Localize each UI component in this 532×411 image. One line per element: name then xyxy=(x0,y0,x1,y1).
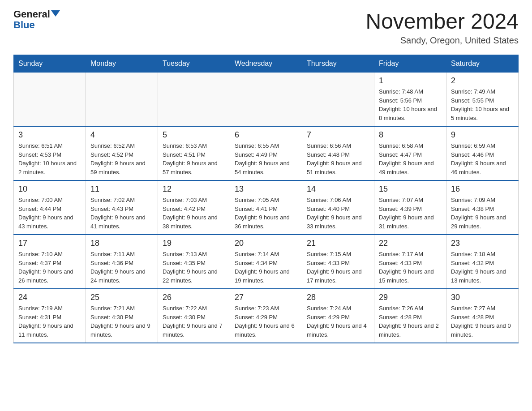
day-info: Sunrise: 7:13 AMSunset: 4:35 PMDaylight:… xyxy=(163,250,225,285)
day-number: 14 xyxy=(307,184,369,194)
week-row-1: 1Sunrise: 7:48 AMSunset: 5:56 PMDaylight… xyxy=(14,73,519,127)
day-info: Sunrise: 6:53 AMSunset: 4:51 PMDaylight:… xyxy=(163,141,225,176)
day-number: 27 xyxy=(235,293,297,302)
day-info: Sunrise: 6:58 AMSunset: 4:47 PMDaylight:… xyxy=(379,141,442,176)
day-number: 20 xyxy=(235,239,297,248)
day-number: 11 xyxy=(90,184,153,194)
day-cell: 8Sunrise: 6:58 AMSunset: 4:47 PMDaylight… xyxy=(374,126,446,180)
day-number: 5 xyxy=(163,130,225,140)
calendar-body: 1Sunrise: 7:48 AMSunset: 5:56 PMDaylight… xyxy=(14,73,519,343)
day-cell: 29Sunrise: 7:26 AMSunset: 4:28 PMDayligh… xyxy=(374,289,446,343)
day-cell: 10Sunrise: 7:00 AMSunset: 4:44 PMDayligh… xyxy=(14,180,86,235)
day-cell: 7Sunrise: 6:56 AMSunset: 4:48 PMDaylight… xyxy=(302,126,374,180)
day-cell: 30Sunrise: 7:27 AMSunset: 4:28 PMDayligh… xyxy=(446,289,519,343)
day-cell: 18Sunrise: 7:11 AMSunset: 4:36 PMDayligh… xyxy=(86,235,158,289)
day-number: 15 xyxy=(379,184,442,194)
day-info: Sunrise: 7:05 AMSunset: 4:41 PMDaylight:… xyxy=(235,196,297,231)
day-info: Sunrise: 7:23 AMSunset: 4:29 PMDaylight:… xyxy=(235,304,297,339)
day-cell: 14Sunrise: 7:06 AMSunset: 4:40 PMDayligh… xyxy=(302,180,374,235)
weekday-sunday: Sunday xyxy=(14,55,86,73)
day-number: 8 xyxy=(379,130,442,140)
week-row-5: 24Sunrise: 7:19 AMSunset: 4:31 PMDayligh… xyxy=(14,289,519,343)
week-row-3: 10Sunrise: 7:00 AMSunset: 4:44 PMDayligh… xyxy=(14,180,519,235)
day-cell: 17Sunrise: 7:10 AMSunset: 4:37 PMDayligh… xyxy=(14,235,86,289)
day-cell: 2Sunrise: 7:49 AMSunset: 5:55 PMDaylight… xyxy=(446,73,519,127)
calendar-header: SundayMondayTuesdayWednesdayThursdayFrid… xyxy=(14,55,519,73)
day-info: Sunrise: 7:22 AMSunset: 4:30 PMDaylight:… xyxy=(163,304,225,339)
day-info: Sunrise: 7:21 AMSunset: 4:30 PMDaylight:… xyxy=(90,304,153,339)
day-cell: 20Sunrise: 7:14 AMSunset: 4:34 PMDayligh… xyxy=(230,235,302,289)
day-cell: 4Sunrise: 6:52 AMSunset: 4:52 PMDaylight… xyxy=(86,126,158,180)
day-cell: 16Sunrise: 7:09 AMSunset: 4:38 PMDayligh… xyxy=(446,180,519,235)
day-number: 24 xyxy=(18,293,81,302)
day-cell: 23Sunrise: 7:18 AMSunset: 4:32 PMDayligh… xyxy=(446,235,519,289)
day-cell: 19Sunrise: 7:13 AMSunset: 4:35 PMDayligh… xyxy=(158,235,230,289)
day-cell xyxy=(14,73,86,127)
day-cell: 28Sunrise: 7:24 AMSunset: 4:29 PMDayligh… xyxy=(302,289,374,343)
month-title: November 2024 xyxy=(365,9,519,34)
day-number: 3 xyxy=(18,130,81,140)
day-number: 23 xyxy=(451,239,514,248)
day-number: 25 xyxy=(90,293,153,302)
day-info: Sunrise: 6:55 AMSunset: 4:49 PMDaylight:… xyxy=(235,141,297,176)
day-info: Sunrise: 6:51 AMSunset: 4:53 PMDaylight:… xyxy=(18,141,81,176)
logo-triangle-icon xyxy=(51,10,60,17)
day-cell xyxy=(302,73,374,127)
day-number: 7 xyxy=(307,130,369,140)
day-cell: 6Sunrise: 6:55 AMSunset: 4:49 PMDaylight… xyxy=(230,126,302,180)
weekday-monday: Monday xyxy=(86,55,158,73)
day-number: 6 xyxy=(235,130,297,140)
day-number: 12 xyxy=(163,184,225,194)
day-cell: 26Sunrise: 7:22 AMSunset: 4:30 PMDayligh… xyxy=(158,289,230,343)
day-cell: 5Sunrise: 6:53 AMSunset: 4:51 PMDaylight… xyxy=(158,126,230,180)
day-number: 1 xyxy=(379,76,442,86)
day-number: 22 xyxy=(379,239,442,248)
day-info: Sunrise: 7:14 AMSunset: 4:34 PMDaylight:… xyxy=(235,250,297,285)
day-number: 10 xyxy=(18,184,81,194)
day-number: 16 xyxy=(451,184,514,194)
day-cell xyxy=(230,73,302,127)
day-info: Sunrise: 7:17 AMSunset: 4:33 PMDaylight:… xyxy=(379,250,442,285)
day-number: 9 xyxy=(451,130,514,140)
day-number: 2 xyxy=(451,76,514,86)
day-cell: 9Sunrise: 6:59 AMSunset: 4:46 PMDaylight… xyxy=(446,126,519,180)
day-info: Sunrise: 7:10 AMSunset: 4:37 PMDaylight:… xyxy=(18,250,81,285)
day-info: Sunrise: 7:27 AMSunset: 4:28 PMDaylight:… xyxy=(451,304,514,339)
logo: General Blue xyxy=(13,9,60,30)
day-info: Sunrise: 7:03 AMSunset: 4:42 PMDaylight:… xyxy=(163,196,225,231)
day-cell: 21Sunrise: 7:15 AMSunset: 4:33 PMDayligh… xyxy=(302,235,374,289)
day-info: Sunrise: 7:49 AMSunset: 5:55 PMDaylight:… xyxy=(451,87,514,122)
day-info: Sunrise: 7:06 AMSunset: 4:40 PMDaylight:… xyxy=(307,196,369,231)
day-number: 18 xyxy=(90,239,153,248)
day-cell: 13Sunrise: 7:05 AMSunset: 4:41 PMDayligh… xyxy=(230,180,302,235)
page-header: General Blue November 2024 Sandy, Oregon… xyxy=(13,9,519,46)
day-number: 29 xyxy=(379,293,442,302)
day-info: Sunrise: 7:26 AMSunset: 4:28 PMDaylight:… xyxy=(379,304,442,339)
day-number: 13 xyxy=(235,184,297,194)
day-cell: 1Sunrise: 7:48 AMSunset: 5:56 PMDaylight… xyxy=(374,73,446,127)
weekday-friday: Friday xyxy=(374,55,446,73)
day-number: 21 xyxy=(307,239,369,248)
day-cell: 12Sunrise: 7:03 AMSunset: 4:42 PMDayligh… xyxy=(158,180,230,235)
location-text: Sandy, Oregon, United States xyxy=(365,35,519,46)
day-info: Sunrise: 7:07 AMSunset: 4:39 PMDaylight:… xyxy=(379,196,442,231)
day-cell: 27Sunrise: 7:23 AMSunset: 4:29 PMDayligh… xyxy=(230,289,302,343)
day-number: 26 xyxy=(163,293,225,302)
weekday-header-row: SundayMondayTuesdayWednesdayThursdayFrid… xyxy=(14,55,519,73)
day-cell: 15Sunrise: 7:07 AMSunset: 4:39 PMDayligh… xyxy=(374,180,446,235)
day-cell: 24Sunrise: 7:19 AMSunset: 4:31 PMDayligh… xyxy=(14,289,86,343)
day-info: Sunrise: 6:56 AMSunset: 4:48 PMDaylight:… xyxy=(307,141,369,176)
day-cell: 3Sunrise: 6:51 AMSunset: 4:53 PMDaylight… xyxy=(14,126,86,180)
day-number: 30 xyxy=(451,293,514,302)
day-info: Sunrise: 7:00 AMSunset: 4:44 PMDaylight:… xyxy=(18,196,81,231)
weekday-saturday: Saturday xyxy=(446,55,519,73)
day-number: 4 xyxy=(90,130,153,140)
day-info: Sunrise: 7:48 AMSunset: 5:56 PMDaylight:… xyxy=(379,87,442,122)
day-cell xyxy=(158,73,230,127)
weekday-thursday: Thursday xyxy=(302,55,374,73)
title-block: November 2024 Sandy, Oregon, United Stat… xyxy=(365,9,519,46)
day-number: 28 xyxy=(307,293,369,302)
calendar-table: SundayMondayTuesdayWednesdayThursdayFrid… xyxy=(13,55,519,343)
week-row-2: 3Sunrise: 6:51 AMSunset: 4:53 PMDaylight… xyxy=(14,126,519,180)
day-info: Sunrise: 7:15 AMSunset: 4:33 PMDaylight:… xyxy=(307,250,369,285)
